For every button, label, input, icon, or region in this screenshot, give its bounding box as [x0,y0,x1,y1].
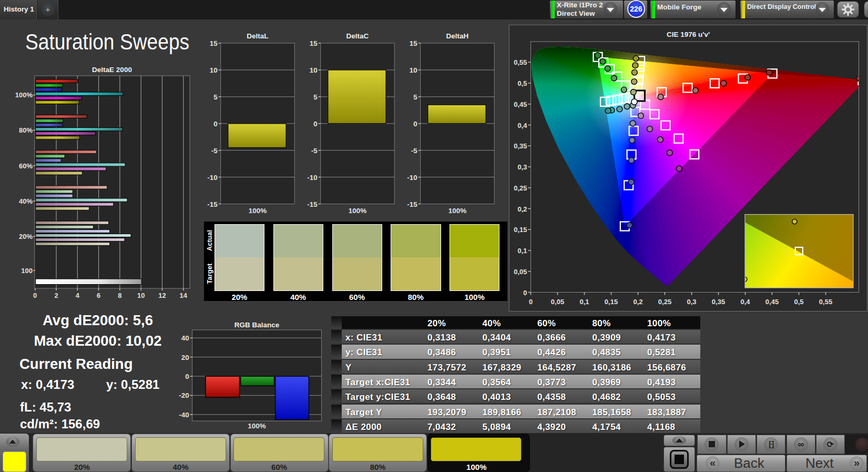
svg-text:RGB Balance: RGB Balance [234,321,280,329]
svg-text:10: 10 [137,292,145,299]
svg-text:5: 5 [413,93,417,101]
svg-text:0,3: 0,3 [517,163,527,171]
svg-text:0,25: 0,25 [658,298,671,306]
svg-text:0,15: 0,15 [514,226,527,234]
svg-text:DeltaC: DeltaC [346,32,369,40]
svg-text:-20: -20 [179,391,189,399]
svg-text:0,3: 0,3 [687,298,696,306]
svg-text:-5: -5 [311,147,318,155]
svg-text:100%: 100% [249,207,267,215]
svg-text:0,15: 0,15 [605,298,618,306]
svg-text:15: 15 [310,39,318,47]
svg-text:CIE 1976 u'v': CIE 1976 u'v' [667,31,710,38]
svg-text:100%: 100% [248,422,266,430]
svg-text:100%: 100% [15,91,33,99]
svg-text:-5: -5 [411,147,417,155]
svg-text:40: 40 [181,334,189,342]
svg-text:0: 0 [33,292,37,299]
svg-text:60%: 60% [19,162,33,170]
svg-text:0: 0 [529,298,533,306]
svg-text:0,45: 0,45 [765,298,779,306]
svg-text:80%: 80% [19,126,33,134]
svg-text:-10: -10 [307,174,318,182]
svg-text:0,5: 0,5 [517,79,527,87]
svg-text:100: 100 [21,267,33,275]
svg-text:-15: -15 [207,200,218,208]
svg-text:10: 10 [210,66,218,74]
svg-text:40%: 40% [19,197,33,205]
svg-text:0,4: 0,4 [740,298,750,306]
svg-text:0,55: 0,55 [819,298,832,306]
svg-text:0,55: 0,55 [514,58,527,66]
svg-text:0: 0 [413,120,417,128]
svg-text:0,45: 0,45 [514,101,527,108]
svg-text:0: 0 [185,373,189,380]
svg-text:0: 0 [313,120,318,128]
svg-text:-15: -15 [407,200,417,208]
svg-text:-40: -40 [179,411,189,419]
svg-text:100%: 100% [349,207,367,215]
svg-text:0,1: 0,1 [579,298,589,306]
svg-text:8: 8 [118,292,121,299]
svg-text:4: 4 [76,292,80,299]
svg-text:10: 10 [410,66,417,74]
svg-text:-10: -10 [407,174,417,182]
svg-text:5: 5 [213,93,218,101]
svg-text:14: 14 [180,292,188,299]
svg-text:0,35: 0,35 [712,298,725,306]
svg-text:0,5: 0,5 [794,298,803,306]
svg-text:DeltaL: DeltaL [247,32,268,40]
svg-text:-15: -15 [307,200,318,208]
svg-text:0,35: 0,35 [514,142,527,150]
svg-text:0: 0 [523,289,527,297]
svg-text:0,2: 0,2 [633,298,642,306]
svg-text:0,05: 0,05 [514,268,527,276]
svg-text:6: 6 [97,292,100,299]
svg-text:2: 2 [54,292,58,299]
svg-text:20%: 20% [19,233,33,240]
svg-text:0,05: 0,05 [551,298,564,306]
svg-text:15: 15 [410,39,418,47]
svg-text:100%: 100% [448,207,467,215]
svg-text:5: 5 [313,93,318,101]
svg-text:0,2: 0,2 [517,205,527,213]
svg-text:20: 20 [181,354,189,361]
svg-text:-5: -5 [211,147,218,155]
svg-text:15: 15 [210,39,218,47]
svg-text:12: 12 [158,292,166,299]
svg-text:0,4: 0,4 [517,122,527,129]
svg-text:-10: -10 [207,174,218,182]
svg-text:DeltaH: DeltaH [446,32,469,40]
svg-text:0,1: 0,1 [517,247,527,255]
svg-text:0: 0 [213,120,218,128]
svg-text:DeltaE 2000: DeltaE 2000 [92,66,132,74]
svg-text:10: 10 [310,66,318,74]
svg-text:0,25: 0,25 [514,184,527,192]
